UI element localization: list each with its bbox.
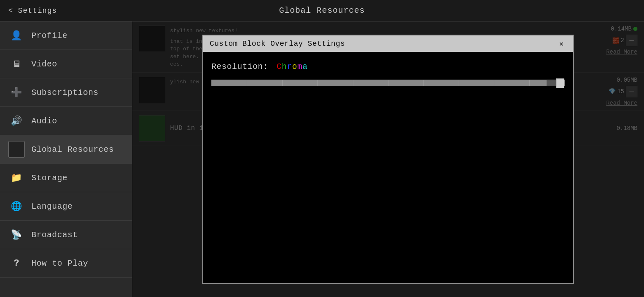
sidebar-item-storage[interactable]: 📁 Storage [0, 164, 132, 192]
modal-header: Custom Block Overlay Settings ✕ [203, 35, 573, 52]
sidebar: 👤 Profile 🖥 Video ➕ Subscriptions 🔊 Audi… [0, 21, 132, 297]
sidebar-item-video[interactable]: 🖥 Video [0, 50, 132, 78]
modal-title: Custom Block Overlay Settings [210, 40, 345, 48]
chroma-letter-a: a [303, 62, 308, 71]
language-icon: 🌐 [8, 198, 25, 214]
sidebar-item-broadcast[interactable]: 📡 Broadcast [0, 221, 132, 249]
sidebar-item-label: Global Resources [31, 145, 114, 154]
slider-thumb[interactable] [556, 78, 564, 88]
top-bar: < Settings Global Resources [0, 0, 644, 21]
video-icon: 🖥 [8, 56, 25, 72]
modal-close-button[interactable]: ✕ [556, 39, 566, 49]
sidebar-item-profile[interactable]: 👤 Profile [0, 21, 132, 50]
slider-tick [282, 80, 283, 86]
chroma-letter-r: r [287, 62, 292, 71]
chroma-letter-h: h [282, 62, 287, 71]
sidebar-item-audio[interactable]: 🔊 Audio [0, 107, 132, 135]
slider-track[interactable] [211, 80, 565, 86]
slider-tick [317, 80, 318, 86]
sidebar-item-label: How to Play [31, 259, 88, 268]
chroma-letter-c: C [277, 62, 282, 71]
sidebar-item-label: Storage [31, 173, 68, 183]
chroma-letter-m: m [297, 62, 303, 71]
slider-tick [388, 80, 388, 86]
slider-fill [212, 80, 547, 86]
modal-dialog: Custom Block Overlay Settings ✕ Resoluti… [202, 35, 574, 284]
sidebar-item-global-resources[interactable]: Global Resources [0, 135, 132, 164]
global-resources-icon [8, 141, 25, 158]
slider-tick [459, 80, 459, 86]
sidebar-item-label: Broadcast [31, 230, 78, 240]
profile-icon: 👤 [8, 27, 25, 44]
main-layout: 👤 Profile 🖥 Video ➕ Subscriptions 🔊 Audi… [0, 21, 644, 297]
chroma-value: Chroma [277, 62, 308, 71]
broadcast-icon: 📡 [8, 226, 25, 243]
sidebar-item-label: Video [31, 59, 57, 69]
back-button[interactable]: < Settings [8, 7, 57, 15]
resolution-label: Resolution: Chroma [211, 62, 565, 71]
slider-tick [353, 80, 353, 86]
modal-body: Resolution: Chroma [203, 52, 573, 283]
page-title: Global Resources [279, 6, 365, 15]
slider-tick [247, 80, 247, 86]
subscriptions-icon: ➕ [8, 84, 25, 101]
sidebar-item-how-to-play[interactable]: ? How to Play [0, 249, 132, 278]
storage-icon: 📁 [8, 170, 25, 186]
sidebar-item-label: Profile [31, 31, 68, 40]
resolution-slider-container [211, 80, 565, 86]
how-to-play-icon: ? [8, 255, 25, 271]
slider-tick [423, 80, 424, 86]
sidebar-item-label: Subscriptions [31, 88, 99, 97]
sidebar-item-label: Audio [31, 116, 57, 126]
slider-tick [494, 80, 494, 86]
right-content: stylish new textures! that is in two pac… [132, 21, 644, 297]
sidebar-item-subscriptions[interactable]: ➕ Subscriptions [0, 78, 132, 107]
slider-tick [529, 80, 530, 86]
sidebar-item-language[interactable]: 🌐 Language [0, 192, 132, 221]
modal-overlay: Custom Block Overlay Settings ✕ Resoluti… [132, 21, 644, 297]
audio-icon: 🔊 [8, 113, 25, 129]
sidebar-item-label: Language [31, 202, 73, 211]
chroma-letter-o: o [292, 62, 298, 71]
